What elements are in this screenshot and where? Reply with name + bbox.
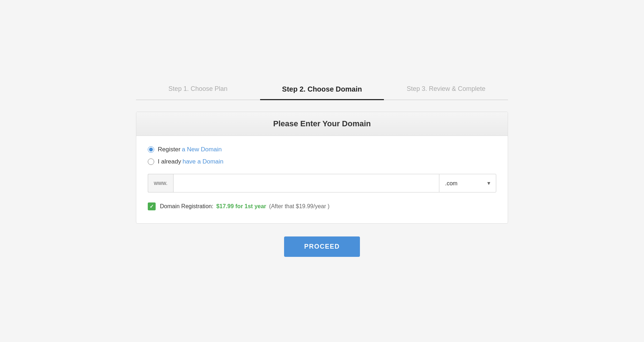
page-wrapper: Step 1. Choose Plan Step 2. Choose Domai…: [136, 85, 508, 257]
already-have-radio[interactable]: [148, 158, 154, 165]
domain-input-row: www. .com .net .org .info .biz ▼: [148, 174, 496, 192]
step-1-label: Step 1. Choose Plan: [169, 85, 228, 92]
proceed-button[interactable]: PROCEED: [284, 236, 360, 257]
price-after: (After that $19.99/year ): [269, 203, 330, 210]
tld-select-wrapper: .com .net .org .info .biz ▼: [439, 174, 496, 192]
www-prefix: www.: [148, 174, 173, 192]
already-have-text: I already: [158, 158, 181, 165]
step-2-label: Step 2. Choose Domain: [282, 85, 362, 93]
steps-navigation: Step 1. Choose Plan Step 2. Choose Domai…: [136, 85, 508, 100]
already-have-link: have a Domain: [182, 158, 223, 165]
registration-row: ✓ Domain Registration: $17.99 for 1st ye…: [148, 202, 496, 210]
card-header: Please Enter Your Domain: [136, 112, 508, 136]
registration-label: Domain Registration:: [160, 203, 213, 210]
domain-registration-checkbox[interactable]: ✓: [148, 202, 156, 210]
step-3-item[interactable]: Step 3. Review & Complete: [384, 85, 508, 100]
register-new-radio[interactable]: [148, 146, 154, 153]
register-new-radio-option[interactable]: Register a New Domain: [148, 146, 496, 153]
tld-select[interactable]: .com .net .org .info .biz: [439, 174, 496, 192]
checkmark-icon: ✓: [150, 204, 154, 209]
price-first-year: $17.99 for 1st year: [216, 203, 266, 210]
domain-card: Please Enter Your Domain Register a New …: [136, 112, 508, 224]
step-2-item[interactable]: Step 2. Choose Domain: [260, 85, 384, 100]
register-new-text: Register: [158, 146, 180, 153]
step-3-label: Step 3. Review & Complete: [407, 85, 486, 92]
step-1-item[interactable]: Step 1. Choose Plan: [136, 85, 260, 100]
already-have-radio-option[interactable]: I already have a Domain: [148, 158, 496, 165]
register-new-link: a New Domain: [182, 146, 222, 153]
card-body: Register a New Domain I already have a D…: [136, 136, 508, 223]
domain-text-input[interactable]: [173, 174, 439, 192]
card-title: Please Enter Your Domain: [143, 119, 501, 128]
